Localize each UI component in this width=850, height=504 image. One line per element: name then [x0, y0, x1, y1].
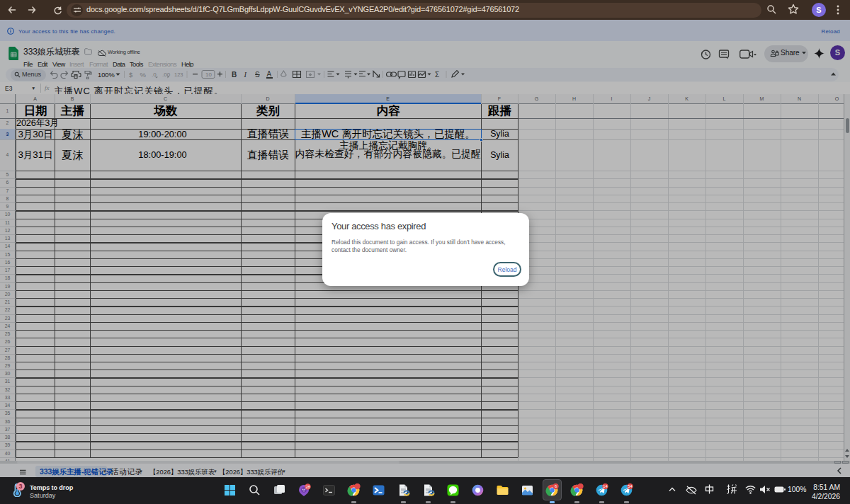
svg-text:6: 6	[555, 484, 557, 488]
svg-text:54: 54	[628, 484, 633, 488]
svg-text:28: 28	[305, 485, 310, 489]
svg-text:14: 14	[603, 484, 608, 488]
